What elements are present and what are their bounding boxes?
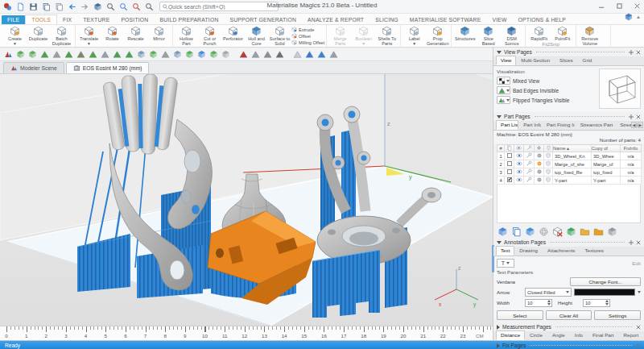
ribbon-button-offset[interactable]: Offset [291, 33, 324, 39]
ribbon-tab-slicing[interactable]: SLICING [369, 15, 404, 24]
close-section-icon[interactable] [636, 240, 641, 245]
part-tab-streamics-part-info[interactable]: Streamics Part Info [576, 120, 616, 130]
settings-button[interactable]: Settings [594, 310, 641, 320]
flipped-triangles-visible-button[interactable] [497, 96, 510, 104]
view-tab-grid[interactable]: Grid [578, 56, 597, 65]
part-tab-part-list[interactable]: Part List [496, 120, 518, 130]
select-button[interactable]: Select [497, 310, 543, 320]
mark-shell-icon[interactable] [88, 49, 98, 60]
ribbon-button-label[interactable]: Label ▾ [402, 25, 426, 46]
ribbon-tab-file[interactable]: FILE [2, 15, 25, 24]
ribbon-button-hollow-part[interactable]: HollowPart [175, 25, 198, 46]
ribbon-button-merge-parts[interactable]: MergeParts [328, 25, 352, 46]
col-select[interactable] [505, 145, 514, 152]
search-input[interactable] [168, 4, 275, 10]
brush-mark-icon[interactable] [76, 49, 86, 60]
undo-icon[interactable] [67, 2, 77, 12]
support-list-icon[interactable] [148, 49, 159, 60]
ribbon-tab-build-preparation[interactable]: BUILD PREPARATION [154, 15, 224, 24]
ribbon-tab-view[interactable]: VIEW [486, 15, 512, 24]
close-section-icon[interactable] [636, 114, 641, 119]
save-icon[interactable] [28, 2, 39, 12]
part-list-empty-area[interactable] [497, 185, 641, 223]
fix-part-icon[interactable] [565, 226, 576, 237]
add-part-icon[interactable] [497, 226, 508, 237]
ribbon-button-duplicate[interactable]: Duplicate [27, 25, 50, 41]
ribbon-tab-texture[interactable]: TEXTURE [77, 15, 115, 24]
measurement-tab-distance[interactable]: Distance [496, 330, 525, 340]
clear-all-button[interactable]: Clear All [546, 310, 592, 320]
text-tool-button[interactable]: T [497, 259, 514, 268]
col-status[interactable] [535, 145, 544, 152]
platform-view-icon[interactable] [172, 49, 183, 60]
surface-support-icon[interactable] [39, 49, 50, 60]
support-preview-icon[interactable] [15, 49, 26, 60]
angle-select-icon[interactable] [124, 49, 134, 60]
measurement-tab-final-part[interactable]: Final Part [588, 330, 618, 340]
part-row-3d-wheel-kn[interactable]: 1 3D_Wheel_Kn 3D_Whee n/a [497, 152, 642, 160]
zoom-fit-icon[interactable] [131, 2, 142, 12]
close-section-icon[interactable] [636, 325, 641, 330]
close-section-icon[interactable] [636, 343, 641, 348]
annotation-tab-textures[interactable]: Textures [580, 246, 608, 256]
orientation-opt-icon[interactable] [184, 49, 195, 60]
open-project-icon[interactable] [41, 2, 52, 12]
height-stepper[interactable]: 10 [583, 299, 610, 307]
annotation-tab-drawing[interactable]: Drawing [514, 246, 543, 256]
ribbon-button-create[interactable]: Create ▾ [3, 25, 27, 46]
ribbon-button-structures[interactable]: Structures [453, 25, 477, 41]
ribbon-button-milling-offset[interactable]: Milling Offset [291, 39, 324, 45]
annotation-tab-attachments[interactable]: Attachments [543, 246, 580, 256]
zoom-selection-icon[interactable] [144, 2, 155, 12]
triangle-gray-3-icon[interactable] [328, 49, 339, 60]
measurement-tab-angle[interactable]: Angle [547, 330, 570, 340]
ribbon-button-cut-or-punch[interactable]: Cut orPunch [198, 25, 221, 46]
merge-selected-icon[interactable] [524, 226, 535, 237]
ribbon-tab-analyze-report[interactable]: ANALYZE & REPORT [302, 15, 369, 24]
globe-view-icon[interactable] [196, 49, 207, 60]
annotation-tab-text[interactable]: Text [496, 246, 514, 256]
arrow-style-select[interactable]: Closed Filled [525, 288, 572, 297]
triangle-outline-icon[interactable] [292, 49, 303, 60]
redo-icon[interactable] [80, 2, 90, 12]
triangle-gray-1-icon[interactable] [250, 49, 261, 60]
part-tab-part-fixing-info[interactable]: Part Fixing Info [542, 120, 576, 130]
col-tools[interactable] [524, 145, 535, 152]
part-row-y-part[interactable]: 4 ✔ Y-part Y-part n/a [497, 177, 642, 185]
load-part-icon[interactable] [579, 226, 590, 237]
ribbon-button-prop-generation[interactable]: PropGeneration [426, 25, 449, 46]
ribbon-tab-materialise-software[interactable]: MATERIALISE SOFTWARE [404, 15, 487, 24]
zoom-window-icon[interactable] [118, 2, 129, 12]
close-section-icon[interactable] [636, 50, 641, 55]
tabs-scroll-right[interactable]: ▶ [638, 122, 643, 128]
collapse-ribbon-icon[interactable]: ▲ [636, 15, 641, 19]
view-tab-multi-section[interactable]: Multi-Section [516, 56, 555, 65]
ribbon-button-boolean[interactable]: Boolean ▾ [352, 25, 375, 46]
measurement-tab-info[interactable]: Info [570, 330, 588, 340]
triangle-blue-icon[interactable] [316, 49, 327, 60]
ribbon-button-extrude[interactable]: Extrude [291, 27, 324, 32]
ribbon-button-dsm-somos-tetrashell[interactable]: DSM SomosTetraShell [500, 25, 523, 48]
ribbon-tab-support-generation[interactable]: SUPPORT GENERATION [225, 15, 303, 24]
bad-edges-invisible-button[interactable] [497, 86, 510, 94]
pin-icon[interactable] [629, 240, 634, 245]
minimize-button[interactable] [596, 1, 607, 10]
new-scene-icon[interactable] [15, 2, 26, 12]
shells-to-parts-icon[interactable] [538, 226, 549, 237]
ribbon-button-mirror[interactable]: Mirror [147, 25, 171, 41]
view-tab-view[interactable]: View [496, 56, 516, 65]
ribbon-button-slice-based-structures[interactable]: Slice BasedStructures [477, 25, 500, 48]
fix-pages-header[interactable]: Fix Pages [493, 341, 644, 349]
duplicate-part-icon[interactable] [510, 226, 522, 237]
ribbon-button-shells-to-parts[interactable]: Shells ToParts [375, 25, 398, 46]
grid-view-icon[interactable] [136, 49, 147, 60]
ribbon-button-hull-and-core[interactable]: Hull andCore [245, 25, 268, 46]
part-tab-part-info[interactable]: Part Info [518, 120, 542, 130]
view-tab-slices[interactable]: Slices [555, 56, 578, 65]
save-part-icon[interactable] [592, 226, 604, 237]
ribbon-tab-options-help[interactable]: OPTIONS & HELP [513, 15, 572, 24]
triangle-blue-pair-icon[interactable] [304, 49, 315, 60]
ribbon-button-perforator[interactable]: Perforator [221, 25, 245, 41]
unmark-all-icon[interactable] [112, 49, 122, 60]
ribbon-tab-fix[interactable]: FIX [57, 15, 77, 24]
